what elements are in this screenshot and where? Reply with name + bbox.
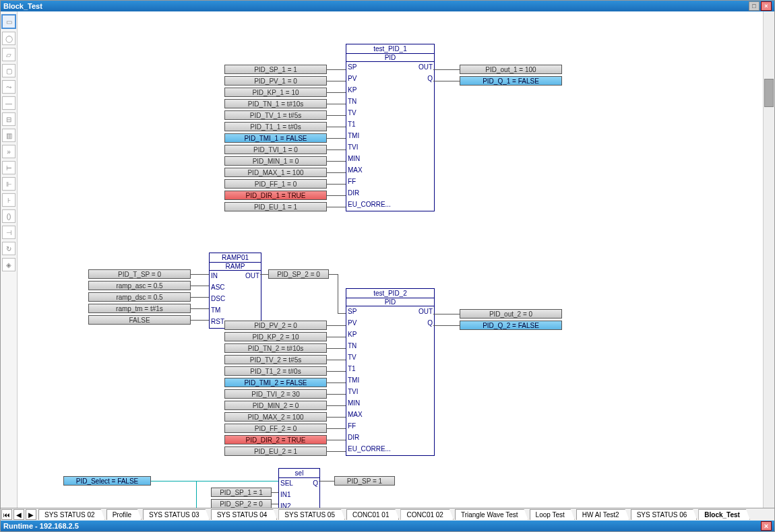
- pin-kp: KP: [348, 331, 356, 338]
- value-box[interactable]: PID_MAX_2 = 100: [224, 412, 327, 422]
- value-box[interactable]: PID_KP_1 = 10: [224, 88, 327, 97]
- value-box[interactable]: PID_SP_1 = 1: [224, 65, 327, 74]
- value-box[interactable]: PID_EU_2 = 1: [224, 446, 327, 456]
- tab-sys status 03[interactable]: SYS STATUS 03: [143, 509, 210, 520]
- value-box[interactable]: PID_MIN_1 = 0: [224, 156, 327, 166]
- maximize-button[interactable]: □: [749, 1, 760, 11]
- tab-sys status 04[interactable]: SYS STATUS 04: [211, 509, 278, 520]
- pin-in2: IN2: [280, 502, 291, 508]
- vstart-tool-icon[interactable]: ⊢: [2, 161, 16, 174]
- block-name: sel: [279, 469, 319, 478]
- paren-tool-icon[interactable]: (): [2, 209, 16, 223]
- select-tool-icon[interactable]: ▭: [1, 14, 16, 29]
- scrollbar-thumb[interactable]: [764, 79, 774, 107]
- function-block-ramp[interactable]: RAMP01 RAMP IN ASC DSC TM RST OUT: [209, 253, 261, 329]
- tab-hw ai test2[interactable]: HW AI Test2: [576, 509, 629, 520]
- value-box[interactable]: PID_DIR_2 = TRUE: [224, 435, 327, 444]
- function-block-pid2[interactable]: test_PID_2 PID SP PV KP TN TV T1 TMI TVI…: [346, 288, 435, 456]
- tab-triangle wave test[interactable]: Triangle Wave Test: [455, 509, 528, 520]
- value-box[interactable]: PID_MIN_2 = 0: [224, 401, 327, 410]
- function-block-pid1[interactable]: test_PID_1 PID SP PV KP TN TV T1 TMI TVI…: [346, 44, 435, 211]
- wire: [327, 92, 346, 93]
- tab-loop test[interactable]: Loop Test: [530, 509, 575, 520]
- pin-tv: TV: [348, 354, 356, 361]
- value-box[interactable]: PID_FF_1 = 0: [224, 179, 327, 189]
- value-box[interactable]: ramp_tm = t#1s: [88, 304, 191, 313]
- wire: [327, 69, 346, 70]
- wire: [319, 481, 334, 481]
- value-box[interactable]: ramp_dsc = 0.5: [88, 292, 191, 302]
- line-tool-icon[interactable]: —: [2, 96, 16, 110]
- tab-profile[interactable]: Profile: [106, 509, 142, 520]
- value-box[interactable]: PID_MAX_1 = 100: [224, 168, 327, 177]
- bar-tool-icon[interactable]: ▥: [2, 129, 16, 142]
- tab-sys status 05[interactable]: SYS STATUS 05: [278, 509, 345, 520]
- circle-tool-icon[interactable]: ◯: [2, 32, 16, 45]
- value-box[interactable]: PID_T1_2 = t#0s: [224, 366, 327, 376]
- value-box[interactable]: PID_EU_1 = 1: [224, 202, 327, 211]
- value-box[interactable]: PID_PV_1 = 0: [224, 76, 327, 86]
- tab-nav-first-icon[interactable]: ⏮: [1, 509, 12, 520]
- node-tool-icon[interactable]: ◈: [2, 258, 16, 271]
- value-box[interactable]: PID_T_SP = 0: [88, 269, 191, 279]
- value-box[interactable]: PID_out_2 = 0: [460, 309, 562, 319]
- tab-conc01 01[interactable]: CONC01 01: [346, 509, 399, 520]
- value-box[interactable]: PID_Select = FALSE: [63, 476, 151, 486]
- value-box[interactable]: PID_out_1 = 100: [460, 65, 562, 74]
- more-tool-icon[interactable]: »: [2, 145, 16, 158]
- pin-kp: KP: [348, 86, 356, 94]
- value-box[interactable]: PID_TN_1 = t#10s: [224, 99, 327, 108]
- value-box[interactable]: PID_T1_1 = t#0s: [224, 122, 327, 131]
- wire: [260, 274, 268, 275]
- value-box[interactable]: PID_TVI_1 = 0: [224, 145, 327, 154]
- value-box[interactable]: PID_TMI_2 = FALSE: [224, 378, 327, 387]
- tab-sys status 02[interactable]: SYS STATUS 02: [38, 509, 105, 520]
- hline-tool-icon[interactable]: ⊟: [2, 112, 16, 126]
- tab-conc01 02[interactable]: CONC01 02: [400, 509, 453, 520]
- value-box[interactable]: FALSE: [88, 315, 191, 325]
- pin-tn: TN: [348, 98, 356, 105]
- wire: [327, 81, 346, 81]
- value-box[interactable]: PID_TN_2 = t#10s: [224, 343, 327, 353]
- close-button[interactable]: ×: [761, 1, 772, 11]
- value-box[interactable]: PID_TV_1 = t#5s: [224, 110, 327, 120]
- value-box[interactable]: PID_SP_2 = 0: [211, 499, 272, 508]
- value-box[interactable]: PID_PV_2 = 0: [224, 321, 327, 330]
- pin-out: OUT: [418, 308, 433, 315]
- wire: [327, 127, 346, 127]
- value-box[interactable]: PID_SP_2 = 0: [268, 269, 329, 279]
- value-box[interactable]: PID_TMI_1 = FALSE: [224, 133, 327, 143]
- value-box[interactable]: PID_SP_1 = 1: [211, 488, 272, 497]
- shape-tool-icon[interactable]: ▱: [2, 48, 16, 61]
- vmid-tool-icon[interactable]: ⊩: [2, 177, 16, 191]
- function-block-sel1[interactable]: sel SEL IN1 IN2 Q: [278, 468, 320, 508]
- value-box[interactable]: PID_TVI_2 = 30: [224, 389, 327, 399]
- vbranch-tool-icon[interactable]: ⊦: [2, 193, 16, 207]
- tab-nav-prev-icon[interactable]: ◀: [13, 509, 24, 520]
- vertical-scrollbar[interactable]: [763, 11, 774, 508]
- status-close-button[interactable]: ×: [761, 521, 772, 531]
- value-box[interactable]: ramp_asc = 0.5: [88, 281, 191, 290]
- value-box[interactable]: PID_Q_1 = FALSE: [460, 76, 562, 86]
- pin-tn: TN: [348, 342, 356, 350]
- rotate-tool-icon[interactable]: ↻: [2, 242, 16, 255]
- value-box[interactable]: PID_KP_2 = 10: [224, 332, 327, 341]
- wire: [338, 274, 338, 313]
- pin-q: Q: [427, 75, 433, 82]
- value-box[interactable]: PID_SP = 1: [334, 476, 395, 486]
- value-box[interactable]: PID_TV_2 = t#5s: [224, 355, 327, 364]
- tab-nav-next-icon[interactable]: ▶: [26, 509, 36, 520]
- value-box[interactable]: PID_FF_2 = 0: [224, 424, 327, 433]
- wire: [433, 314, 460, 314]
- tab-block_test[interactable]: Block_Test: [698, 509, 750, 520]
- value-box[interactable]: PID_DIR_1 = TRUE: [224, 191, 327, 200]
- tab-sys status 06[interactable]: SYS STATUS 06: [631, 509, 698, 520]
- value-box[interactable]: PID_Q_2 = FALSE: [460, 321, 562, 330]
- wire: [338, 313, 346, 314]
- dash-tool-icon[interactable]: ⊣: [2, 226, 16, 239]
- connector-tool-icon[interactable]: ⤳: [2, 80, 16, 94]
- canvas-area[interactable]: test_PID_1 PID SP PV KP TN TV T1 TMI TVI…: [18, 11, 763, 508]
- diagram-canvas: test_PID_1 PID SP PV KP TN TV T1 TMI TVI…: [18, 11, 763, 508]
- shape2-tool-icon[interactable]: ▢: [2, 64, 16, 77]
- wire: [433, 81, 460, 81]
